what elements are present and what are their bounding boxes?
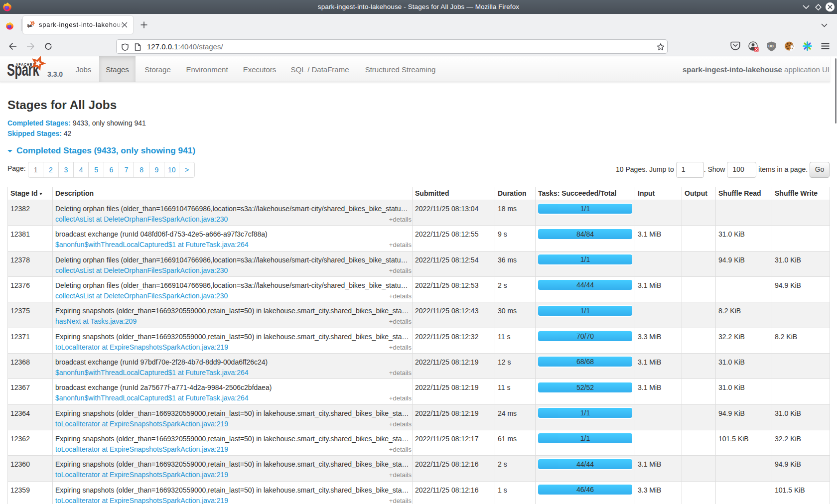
svg-text:UO: UO <box>768 44 774 48</box>
